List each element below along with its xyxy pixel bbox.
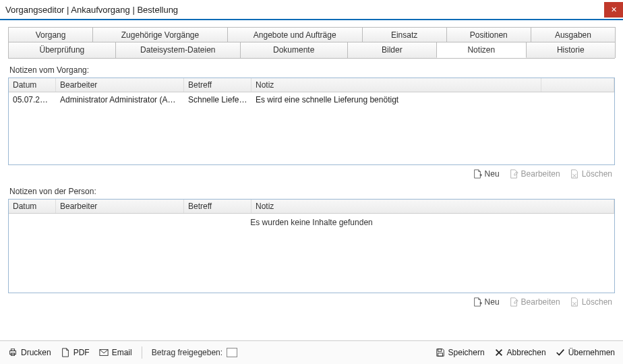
- loeschen-label-2: Löschen: [582, 297, 612, 307]
- tab-strip: Vorgang Zugehörige Vorgänge Angebote und…: [8, 27, 615, 59]
- abbrechen-button[interactable]: Abbrechen: [494, 348, 546, 357]
- bearbeiten-button-2[interactable]: Bearbeiten: [509, 297, 560, 307]
- drucken-button[interactable]: Drucken: [8, 348, 51, 357]
- speichern-button[interactable]: Speichern: [436, 348, 485, 357]
- content-area: Vorgang Zugehörige Vorgänge Angebote und…: [0, 20, 623, 338]
- svg-rect-5: [438, 353, 442, 356]
- titlebar: Vorgangseditor | Ankaufvorgang | Bestell…: [0, 0, 623, 20]
- pdf-icon: [61, 348, 70, 357]
- neu-button[interactable]: Neu: [473, 169, 500, 179]
- tab-historie[interactable]: Historie: [526, 42, 616, 58]
- table-row[interactable]: 05.07.2018 Administrator Administrator (…: [9, 92, 614, 107]
- tab-dokumente[interactable]: Dokumente: [240, 42, 348, 58]
- window-title: Vorgangseditor | Ankaufvorgang | Bestell…: [5, 5, 178, 15]
- tab-ausgaben[interactable]: Ausgaben: [531, 27, 616, 42]
- grid-person-notizen: Datum Bearbeiter Betreff Notiz Es wurden…: [8, 199, 615, 293]
- print-icon: [8, 348, 18, 357]
- col-betreff[interactable]: Betreff: [184, 78, 251, 92]
- email-icon: [99, 348, 109, 357]
- tab-zugehoerige-vorgaenge[interactable]: Zugehörige Vorgänge: [92, 27, 228, 42]
- close-button[interactable]: ✕: [604, 2, 623, 18]
- betrag-freigegeben-box[interactable]: [227, 348, 237, 357]
- save-icon: [436, 348, 445, 357]
- cancel-icon: [494, 348, 504, 357]
- new-icon: [473, 169, 482, 179]
- col-datum-2[interactable]: Datum: [9, 200, 56, 213]
- col-notiz[interactable]: Notiz: [251, 78, 541, 92]
- tab-notizen[interactable]: Notizen: [436, 42, 526, 58]
- cell-datum: 05.07.2018: [9, 94, 56, 105]
- uebernehmen-label: Übernehmen: [568, 348, 615, 357]
- col-notiz-2[interactable]: Notiz: [251, 200, 614, 213]
- loeschen-label: Löschen: [582, 169, 612, 179]
- loeschen-button-2[interactable]: Löschen: [570, 297, 612, 307]
- tab-bilder[interactable]: Bilder: [347, 42, 437, 58]
- edit-icon: [509, 169, 518, 179]
- betrag-label: Betrag freigegeben:: [152, 348, 222, 357]
- drucken-label: Drucken: [21, 348, 51, 357]
- col-bearbeiter[interactable]: Bearbeiter: [56, 78, 184, 92]
- uebernehmen-button[interactable]: Übernehmen: [556, 348, 615, 357]
- grid-vorgang-notizen: Datum Bearbeiter Betreff Notiz 05.07.201…: [8, 78, 615, 165]
- tab-einsatz[interactable]: Einsatz: [362, 27, 447, 42]
- footer-vsep: [142, 346, 142, 359]
- close-icon: ✕: [611, 5, 617, 14]
- new-icon: [473, 297, 482, 307]
- col-datum[interactable]: Datum: [9, 78, 56, 92]
- cell-betreff: Schnelle Lieferung: [184, 94, 251, 105]
- loeschen-button[interactable]: Löschen: [570, 169, 612, 179]
- bearbeiten-label-2: Bearbeiten: [521, 297, 560, 307]
- grid-header-2: Datum Bearbeiter Betreff Notiz: [9, 200, 614, 214]
- apply-icon: [556, 348, 565, 357]
- delete-icon: [570, 297, 579, 307]
- svg-rect-4: [438, 349, 441, 352]
- abbrechen-label: Abbrechen: [507, 348, 546, 357]
- tab-vorgang[interactable]: Vorgang: [8, 27, 93, 42]
- section-label-person-notizen: Notizen von der Person:: [9, 187, 615, 196]
- action-bar-section1: Neu Bearbeiten Löschen: [8, 165, 615, 180]
- empty-text: Es wurden keine Inhalte gefunden: [9, 214, 614, 231]
- bearbeiten-label: Bearbeiten: [521, 169, 560, 179]
- bearbeiten-button[interactable]: Bearbeiten: [509, 169, 560, 179]
- section-label-vorgang-notizen: Notizen vom Vorgang:: [9, 65, 615, 75]
- footer: Drucken PDF Email Betrag freigegeben: Sp…: [0, 341, 623, 364]
- email-label: Email: [112, 348, 132, 357]
- email-button[interactable]: Email: [99, 348, 132, 357]
- grid-header: Datum Bearbeiter Betreff Notiz: [9, 78, 614, 92]
- tab-positionen[interactable]: Positionen: [446, 27, 531, 42]
- tab-angebote-auftraege[interactable]: Angebote und Aufträge: [227, 27, 363, 42]
- col-betreff-2[interactable]: Betreff: [184, 200, 251, 213]
- delete-icon: [570, 169, 579, 179]
- tab-ueberpruefung[interactable]: Überprüfung: [8, 42, 116, 58]
- neu-label-2: Neu: [485, 297, 500, 307]
- action-bar-section2: Neu Bearbeiten Löschen: [8, 293, 615, 308]
- col-tail: [541, 78, 614, 92]
- svg-rect-1: [11, 349, 14, 351]
- cell-notiz: Es wird eine schnelle Lieferung benötigt: [251, 94, 614, 105]
- cell-bearbeiter: Administrator Administrator (Admi: [56, 94, 184, 105]
- tab-dateisystem-dateien[interactable]: Dateisystem-Dateien: [115, 42, 241, 58]
- neu-button-2[interactable]: Neu: [473, 297, 500, 307]
- neu-label: Neu: [485, 169, 500, 179]
- edit-icon: [509, 297, 518, 307]
- col-bearbeiter-2[interactable]: Bearbeiter: [56, 200, 184, 213]
- speichern-label: Speichern: [448, 348, 485, 357]
- pdf-button[interactable]: PDF: [61, 348, 90, 357]
- pdf-label: PDF: [73, 348, 90, 357]
